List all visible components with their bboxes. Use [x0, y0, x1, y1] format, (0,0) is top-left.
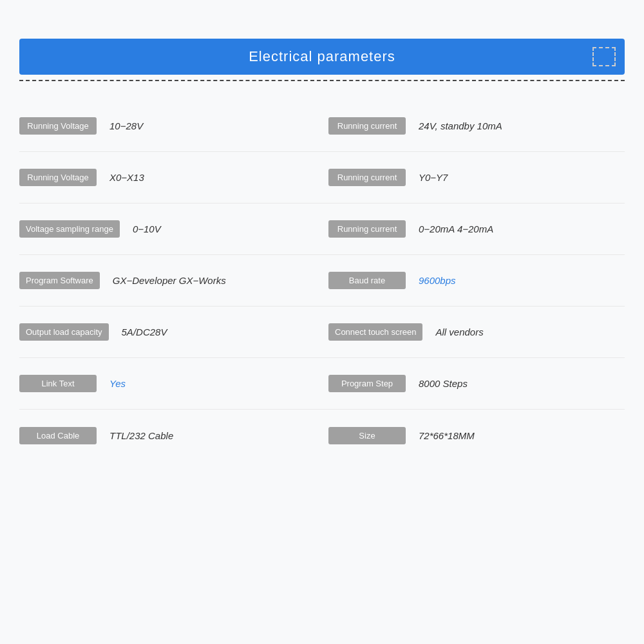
param-label-right: Running current: [328, 220, 406, 238]
param-label-left: Link Text: [19, 375, 97, 392]
param-label-left: Voltage sampling range: [19, 220, 120, 238]
param-label-right: Program Step: [328, 375, 406, 392]
right-col: Baud rate9600bps: [316, 265, 625, 296]
header-bar: Electrical parameters: [19, 39, 625, 75]
param-label-left: Program Software: [19, 272, 100, 289]
param-row: Link TextYesProgram Step8000 Steps: [19, 358, 625, 410]
param-value-right: 9600bps: [406, 275, 456, 286]
param-row: Voltage sampling range0−10VRunning curre…: [19, 204, 625, 255]
param-label-right: Running current: [328, 169, 406, 186]
param-label-right: Connect touch screen: [328, 323, 422, 341]
param-row: Load CableTTL/232 CableSize72*66*18MM: [19, 410, 625, 461]
params-grid: Running Voltage10−28VRunning current24V,…: [19, 100, 625, 461]
left-col: Voltage sampling range0−10V: [19, 214, 316, 244]
left-col: Load CableTTL/232 Cable: [19, 421, 316, 451]
param-label-left: Output load capacity: [19, 323, 109, 341]
param-value-right: 8000 Steps: [406, 378, 468, 389]
param-value-left: 0−10V: [120, 223, 161, 234]
left-col: Running VoltageX0−X13: [19, 162, 316, 193]
param-label-left: Running Voltage: [19, 169, 97, 186]
param-label-left: Running Voltage: [19, 117, 97, 135]
right-col: Running currentY0−Y7: [316, 162, 625, 193]
left-col: Program SoftwareGX−Developer GX−Works: [19, 265, 316, 296]
right-col: Running current0−20mA 4−20mA: [316, 214, 625, 244]
dashed-line: [19, 80, 625, 81]
dashed-border-icon: [592, 47, 616, 66]
right-col: Size72*66*18MM: [316, 421, 625, 451]
param-label-right: Baud rate: [328, 272, 406, 289]
param-value-left: X0−X13: [97, 172, 144, 183]
page-wrapper: Electrical parameters Running Voltage10−…: [0, 0, 644, 644]
left-col: Link TextYes: [19, 368, 316, 399]
param-value-right: All vendors: [422, 327, 483, 337]
param-row: Running Voltage10−28VRunning current24V,…: [19, 100, 625, 152]
param-value-right: 0−20mA 4−20mA: [406, 223, 493, 234]
param-value-left: GX−Developer GX−Works: [100, 275, 226, 286]
param-row: Output load capacity5A/DC28VConnect touc…: [19, 307, 625, 358]
param-value-right: 24V, standby 10mA: [406, 120, 502, 131]
param-value-left: 5A/DC28V: [109, 327, 167, 337]
right-col: Connect touch screenAll vendors: [316, 317, 625, 347]
left-col: Output load capacity5A/DC28V: [19, 317, 316, 347]
param-value-left: Yes: [97, 378, 126, 389]
param-label-left: Load Cable: [19, 427, 97, 444]
header-title: Electrical parameters: [249, 48, 395, 65]
param-label-right: Running current: [328, 117, 406, 135]
param-label-right: Size: [328, 427, 406, 444]
param-value-left: 10−28V: [97, 120, 143, 131]
param-value-right: 72*66*18MM: [406, 430, 475, 441]
param-row: Running VoltageX0−X13Running currentY0−Y…: [19, 152, 625, 204]
param-value-left: TTL/232 Cable: [97, 430, 173, 441]
left-col: Running Voltage10−28V: [19, 111, 316, 141]
param-row: Program SoftwareGX−Developer GX−WorksBau…: [19, 255, 625, 307]
right-col: Running current24V, standby 10mA: [316, 111, 625, 141]
right-col: Program Step8000 Steps: [316, 368, 625, 399]
param-value-right: Y0−Y7: [406, 172, 448, 183]
